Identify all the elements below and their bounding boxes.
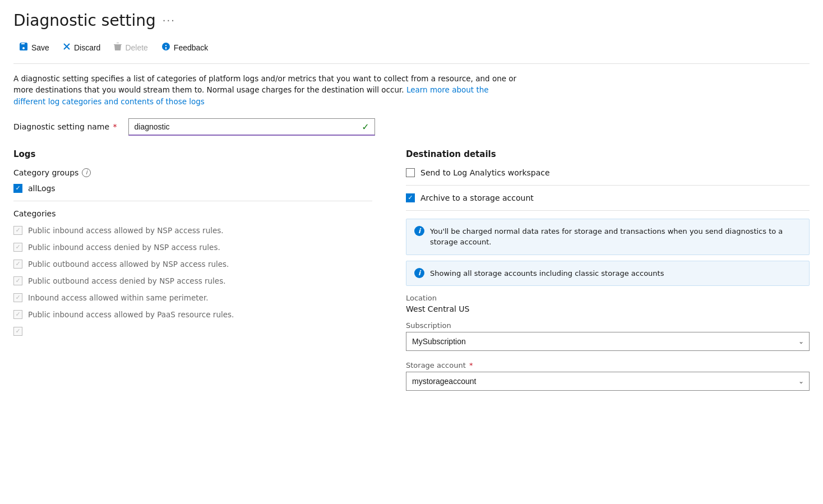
- category-label-3: Public outbound access denied by NSP acc…: [28, 276, 226, 285]
- category-checkbox-3[interactable]: [13, 276, 22, 285]
- destination-title: Destination details: [406, 149, 810, 159]
- storage-account-field-label: Storage account *: [406, 361, 810, 369]
- category-checkbox-1[interactable]: [13, 243, 22, 252]
- storage-info-icon: i: [414, 226, 424, 236]
- subscription-label: Subscription: [406, 321, 810, 330]
- title-text: Diagnostic setting: [13, 11, 156, 30]
- log-analytics-row: Send to Log Analytics workspace: [406, 168, 810, 177]
- delete-label: Delete: [125, 43, 147, 52]
- category-checkbox-6[interactable]: [13, 327, 22, 336]
- description-text: A diagnostic setting specifies a list of…: [13, 73, 518, 107]
- classic-info-text: Showing all storage accounts including c…: [430, 268, 664, 279]
- all-logs-label: allLogs: [28, 184, 56, 193]
- logs-section: Logs Category groups i allLogs Categorie…: [13, 149, 372, 344]
- destination-section: Destination details Send to Log Analytic…: [406, 149, 810, 401]
- category-groups-label: Category groups: [13, 168, 78, 177]
- feedback-icon: [161, 42, 170, 53]
- category-item: Public inbound access allowed by NSP acc…: [13, 226, 372, 235]
- all-logs-checkbox[interactable]: [13, 184, 22, 193]
- delete-button[interactable]: Delete: [108, 39, 153, 57]
- toolbar: Save Discard Delete Feedback: [13, 39, 810, 64]
- classic-info-box: i Showing all storage accounts including…: [406, 261, 810, 286]
- category-label-2: Public outbound access allowed by NSP ac…: [28, 260, 229, 269]
- category-item: Public outbound access allowed by NSP ac…: [13, 260, 372, 269]
- save-button[interactable]: Save: [13, 39, 55, 57]
- location-label: Location: [406, 294, 810, 302]
- storage-account-select-wrapper: mystorageaccount ⌄: [406, 372, 810, 391]
- dest-divider-2: [406, 210, 810, 211]
- categories-title: Categories: [13, 209, 372, 218]
- delete-icon: [114, 42, 122, 53]
- dest-divider-1: [406, 185, 810, 186]
- category-label-5: Public inbound access allowed by PaaS re…: [28, 310, 234, 319]
- location-section: Location West Central US Subscription My…: [406, 294, 810, 391]
- category-item: Inbound access allowed within same perim…: [13, 293, 372, 302]
- category-item: Public outbound access denied by NSP acc…: [13, 276, 372, 285]
- subscription-select[interactable]: MySubscription: [406, 332, 810, 351]
- category-item: placeholder: [13, 327, 372, 336]
- setting-name-input[interactable]: [128, 118, 375, 136]
- title-ellipsis: ···: [163, 15, 175, 26]
- discard-label: Discard: [74, 43, 100, 52]
- category-checkbox-5[interactable]: [13, 310, 22, 319]
- setting-name-label: Diagnostic setting name *: [13, 122, 117, 131]
- discard-icon: [63, 43, 71, 53]
- input-valid-icon: ✓: [362, 122, 369, 132]
- storage-info-text: You'll be charged normal data rates for …: [430, 226, 801, 248]
- category-label-4: Inbound access allowed within same perim…: [28, 293, 209, 302]
- category-item: Public inbound access denied by NSP acce…: [13, 243, 372, 252]
- all-logs-row: allLogs: [13, 184, 372, 193]
- storage-info-box: i You'll be charged normal data rates fo…: [406, 219, 810, 255]
- logs-title: Logs: [13, 149, 372, 159]
- storage-required-star: *: [467, 361, 473, 369]
- category-groups-info-icon[interactable]: i: [82, 168, 91, 177]
- category-groups-header: Category groups i: [13, 168, 372, 177]
- required-star: *: [110, 122, 117, 131]
- save-label: Save: [31, 43, 49, 52]
- category-label-1: Public inbound access denied by NSP acce…: [28, 243, 220, 252]
- storage-account-label: Archive to a storage account: [420, 193, 534, 202]
- subscription-select-wrapper: MySubscription ⌄: [406, 332, 810, 351]
- category-checkbox-4[interactable]: [13, 293, 22, 302]
- feedback-label: Feedback: [174, 43, 208, 52]
- category-checkbox-0[interactable]: [13, 226, 22, 235]
- storage-account-checkbox[interactable]: [406, 193, 415, 202]
- logs-divider: [13, 201, 372, 201]
- log-analytics-checkbox[interactable]: [406, 168, 415, 177]
- discard-button[interactable]: Discard: [57, 39, 106, 56]
- setting-name-input-wrapper: ✓: [128, 118, 375, 136]
- category-item: Public inbound access allowed by PaaS re…: [13, 310, 372, 319]
- save-icon: [19, 42, 28, 53]
- feedback-button[interactable]: Feedback: [156, 39, 214, 57]
- category-label-0: Public inbound access allowed by NSP acc…: [28, 226, 224, 235]
- page-title: Diagnostic setting ···: [13, 11, 810, 30]
- storage-account-select[interactable]: mystorageaccount: [406, 372, 810, 391]
- log-analytics-label: Send to Log Analytics workspace: [420, 168, 550, 177]
- location-value: West Central US: [406, 304, 810, 313]
- main-content: Logs Category groups i allLogs Categorie…: [13, 149, 810, 401]
- storage-account-row: Archive to a storage account: [406, 193, 810, 202]
- setting-name-row: Diagnostic setting name * ✓: [13, 118, 810, 136]
- category-checkbox-2[interactable]: [13, 260, 22, 269]
- classic-info-icon: i: [414, 268, 424, 278]
